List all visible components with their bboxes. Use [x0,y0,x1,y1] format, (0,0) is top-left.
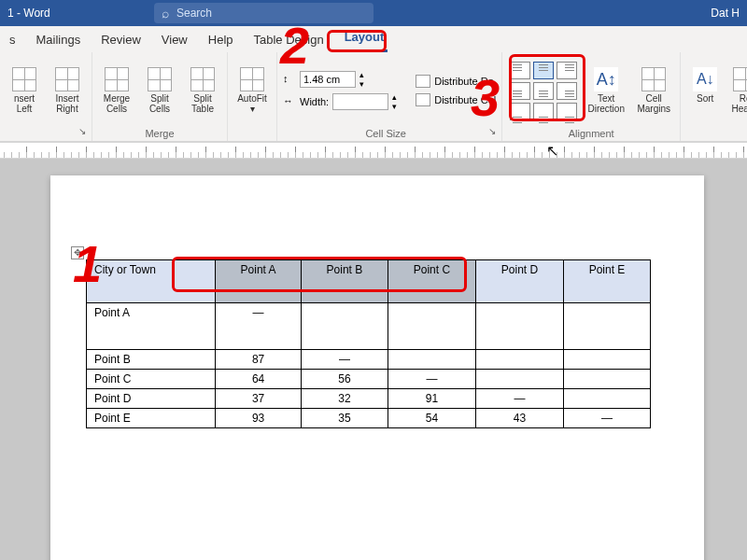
height-input[interactable] [300,71,356,88]
table-cell[interactable]: — [388,370,475,389]
table-header-cell[interactable]: City or Town [87,260,216,303]
width-stepper-icon[interactable]: ▴▾ [392,92,397,111]
table-cell[interactable]: 87 [216,350,302,370]
table-move-handle-icon[interactable]: ✥ [71,246,84,259]
tab-review[interactable]: Review [97,29,145,52]
split-table-icon [190,67,215,91]
insert-right-button[interactable]: InsertRight [49,67,86,114]
text-direction-button[interactable]: A↕ TextDirection [585,67,627,114]
table-row[interactable]: Point E 93 35 54 43 — [87,409,651,428]
align-top-right-button[interactable] [557,62,577,79]
search-icon: ⌕ [162,6,169,21]
search-placeholder: Search [176,7,212,20]
table-row[interactable]: Point D 37 32 91 — [87,389,651,409]
distribute-cols-icon [416,93,430,106]
table-cell[interactable]: — [301,350,388,370]
table-cell[interactable]: Point C [87,370,216,389]
ribbon: nsertLeft InsertRight ↘ MergeCells Split… [0,52,747,142]
table-cell[interactable] [388,303,475,350]
table-cell[interactable]: 64 [216,370,302,389]
align-top-center-button[interactable] [533,62,554,79]
sort-icon: A↓ [693,67,717,91]
align-middle-left-button[interactable] [510,82,530,100]
width-label: Width: [300,96,329,107]
table-cell[interactable] [475,350,563,370]
group-merge: MergeCells SplitCells SplitTable Merge [92,52,228,141]
table-row[interactable]: Point C 64 56 — [87,370,651,389]
table-cell[interactable]: Point A [87,303,216,350]
align-bottom-center-button[interactable] [533,103,554,120]
table-cell[interactable]: Point B [87,350,216,370]
sort-button[interactable]: A↓ Sort [686,67,724,114]
height-stepper-icon[interactable]: ▴▾ [359,70,364,89]
table-row[interactable]: Point B 87 — [87,350,651,370]
cell-margins-button[interactable]: CellMargins [633,67,674,114]
autofit-button[interactable]: AutoFit▾ [233,67,271,114]
table-cell[interactable]: 56 [301,370,388,389]
align-middle-center-button[interactable] [533,82,554,100]
search-box[interactable]: ⌕ Search [154,3,374,23]
align-bottom-left-button[interactable] [510,103,530,120]
table-header-cell[interactable]: Point D [475,260,563,303]
tab-view[interactable]: View [158,29,191,52]
rows-cols-launcher-icon[interactable]: ↘ [78,126,86,136]
table-header-cell[interactable]: Point E [563,260,650,303]
group-alignment: A↕ TextDirection CellMargins Alignment [502,52,681,141]
text-direction-icon: A↕ [594,67,618,91]
distribute-columns-button[interactable]: Distribute Col [416,93,496,106]
table-cell[interactable] [475,370,563,389]
distribute-rows-button[interactable]: Distribute Ro [416,75,496,88]
table-cell[interactable]: 37 [216,389,302,409]
table-header-cell[interactable]: Point B [301,260,388,303]
document-table[interactable]: City or Town Point A Point B Point C Poi… [86,259,651,428]
table-cell[interactable] [563,389,650,409]
table-cell[interactable]: 35 [301,409,388,428]
document-canvas[interactable]: ✥ City or Town Point A Point B Point C P… [0,159,747,560]
tab-table-design[interactable]: Table Design [250,29,328,52]
cell-size-launcher-icon[interactable]: ↘ [488,126,496,136]
document-page: ✥ City or Town Point A Point B Point C P… [50,175,704,560]
table-cell[interactable]: — [475,389,563,409]
table-cell[interactable]: 93 [216,409,302,428]
align-top-left-button[interactable] [510,62,530,79]
group-cell-size: ↕ Height: ▴▾ ↔ Width: ▴▾ Distribute Ro D… [277,52,502,141]
table-header-cell[interactable]: Point A [216,260,302,303]
tab-help[interactable]: Help [204,29,237,52]
table-cell[interactable]: Point D [87,389,216,409]
merge-cells-button[interactable]: MergeCells [98,67,135,114]
table-cell[interactable] [301,303,388,350]
insert-left-icon [12,67,36,91]
width-input[interactable] [332,93,388,110]
repeat-header-button[interactable]: ReHeade [729,67,747,114]
table-cell[interactable]: — [563,409,650,428]
table-cell[interactable] [563,370,650,389]
tab-unknown[interactable]: s [6,29,20,52]
table-cell[interactable] [475,303,563,350]
align-bottom-right-button[interactable] [557,103,577,120]
horizontal-ruler[interactable] [0,142,747,159]
table-cell[interactable]: 43 [475,409,563,428]
distribute-rows-icon [416,75,430,88]
table-cell[interactable] [388,350,475,370]
table-cell[interactable]: — [216,303,302,350]
table-cell[interactable]: 32 [301,389,388,409]
split-cells-icon [148,67,172,91]
table-cell[interactable] [563,303,650,350]
table-cell[interactable] [563,350,650,370]
tab-mailings[interactable]: Mailings [33,29,85,52]
table-header-row[interactable]: City or Town Point A Point B Point C Poi… [87,260,651,303]
split-table-button[interactable]: SplitTable [184,67,221,114]
table-cell[interactable]: 91 [388,389,475,409]
table-header-cell[interactable]: Point C [388,260,475,303]
group-data: A↓ Sort ReHeade [681,52,747,141]
table-cell[interactable]: Point E [87,409,216,428]
dropdown-caret-icon: ▾ [250,104,255,114]
table-cell[interactable]: 54 [388,409,475,428]
split-cells-button[interactable]: SplitCells [141,67,178,114]
cell-margins-icon [641,67,666,91]
table-row[interactable]: Point A — [87,303,651,350]
align-middle-right-button[interactable] [557,82,577,100]
insert-left-button[interactable]: nsertLeft [6,67,43,114]
tab-layout[interactable]: Layout [341,26,388,52]
title-bar: 1 - Word ⌕ Search Dat H [0,0,747,26]
